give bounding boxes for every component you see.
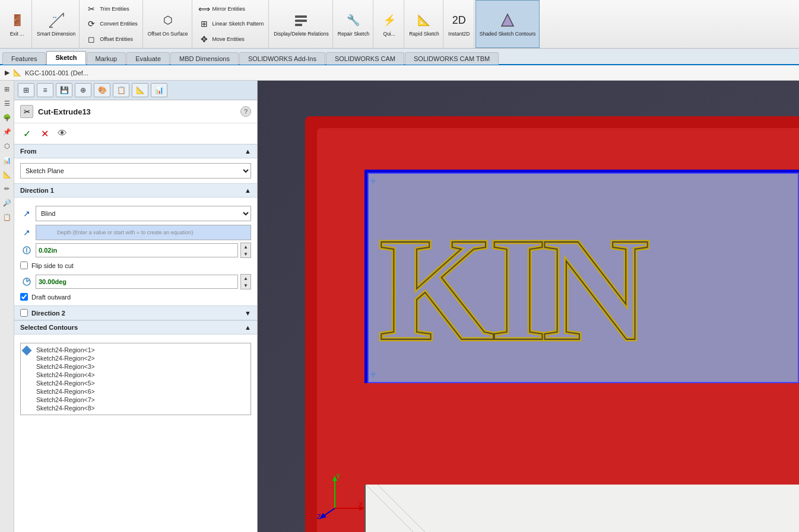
panel-tool-menu[interactable]: ≡ [37,83,53,97]
sidebar-icon-3[interactable]: 🌳 [1,112,13,123]
tab-features[interactable]: Features [2,52,46,65]
exit-button[interactable]: 🚪 Exit ... [2,0,32,48]
shaded-sketch-icon [498,11,517,30]
tab-camtbm[interactable]: SOLIDWORKS CAM TBM [405,52,499,65]
tab-addins[interactable]: SOLIDWORKS Add-Ins [239,52,325,65]
draft-spinner-down[interactable]: ▼ [241,282,251,289]
quick-snap-label: Qui... [383,31,395,37]
tab-bar: Features Sketch Markup Evaluate MBD Dime… [0,49,799,65]
trim-label: Trim Entities [100,6,129,12]
depth-spinner-up[interactable]: ▲ [241,243,251,250]
from-select[interactable]: Sketch Plane [20,163,251,179]
smart-dimension-button[interactable]: ↔ Smart Dimension [33,0,80,48]
linear-sketch-label: Linear Sketch Pattern [213,21,264,27]
from-section-header[interactable]: From ▲ [14,144,257,158]
sidebar-icon-9[interactable]: 🔎 [1,197,13,209]
trim-convert-group: ✂ Trim Entities ⟳ Convert Entities ◻ Off… [81,0,143,48]
instant2d-button[interactable]: 2D Instant2D [445,0,474,48]
flip-side-checkbox[interactable] [20,262,28,269]
panel-toolbar: ⊞ ≡ 💾 ⊕ 🎨 📋 📐 📊 [14,81,257,100]
sign-inner-frame: KIN KIN KIN + + [317,128,799,532]
tab-cam[interactable]: SOLIDWORKS CAM [326,52,404,65]
depth-input[interactable] [36,225,251,240]
offset-surface-label: Offset On Surface [148,31,188,37]
list-item[interactable]: Sketch24-Region<2> [34,354,248,362]
sign-letters-container: KIN KIN KIN [373,179,799,377]
direction1-type-select[interactable]: Blind [36,206,251,221]
quick-snap-button[interactable]: ⚡ Qui... [375,0,404,48]
depth-spinner-down[interactable]: ▼ [241,250,251,257]
sidebar-icon-2[interactable]: ☰ [1,97,13,109]
move-entities-button[interactable]: ✥ Move Entities [196,33,267,45]
shaded-sketch-label: Shaded Sketch Contours [480,31,536,37]
breadcrumb-text: KGC-1001-001 (Def... [25,69,88,77]
panel-tool-save[interactable]: 💾 [56,83,72,97]
viewport[interactable]: KIN KIN KIN + + [258,81,799,532]
move-label: Move Entities [213,36,245,42]
linear-sketch-button[interactable]: ⊞ Linear Sketch Pattern [196,18,267,30]
sidebar-icon-4[interactable]: 📌 [1,126,13,138]
offset-icon: ◻ [85,34,97,44]
list-item[interactable]: Sketch24-Region<6> [34,387,248,396]
sidebar-icon-column: ⊞ ☰ 🌳 📌 ⬡ 📊 📐 ✏ 🔎 📋 [0,81,14,532]
offset-button[interactable]: ◻ Offset Entities [83,33,140,45]
sidebar-icon-8[interactable]: ✏ [1,183,13,195]
sidebar-icon-6[interactable]: 📊 [1,154,13,166]
panel-tool-measure[interactable]: 📐 [132,83,148,97]
panel-tool-copy[interactable]: 📋 [113,83,129,97]
sidebar-icon-10[interactable]: 📋 [1,211,13,223]
svg-rect-5 [295,20,307,22]
mirror-icon: ⟺ [198,4,210,14]
list-item[interactable]: Sketch24-Region<8> [34,404,248,412]
trim-button[interactable]: ✂ Trim Entities [83,3,140,15]
sidebar-icon-7[interactable]: 📐 [1,168,13,180]
panel-header: ✂ Cut-Extrude13 ? [14,100,257,123]
list-item[interactable]: Sketch24-Region<7> [34,396,248,404]
draft-spinner-up[interactable]: ▲ [241,275,251,282]
mirror-button[interactable]: ⟺ Mirror Entities [196,3,267,15]
depth-value-input[interactable] [36,243,238,257]
svg-text:X: X [359,501,363,508]
tab-markup[interactable]: Markup [87,52,126,65]
depth-container: Depth (Enter a value or start with = to … [36,225,251,240]
display-delete-button[interactable]: Display/Delete Relations [270,0,333,48]
preview-button[interactable]: 👁 [56,127,69,140]
repair-sketch-button[interactable]: 🔧 Repair Sketch [334,0,373,48]
panel-tool-list[interactable]: ⊞ [18,83,34,97]
repair-label: Repair Sketch [338,31,369,37]
list-item[interactable]: Sketch24-Region<3> [34,362,248,371]
cancel-button[interactable]: ✕ [38,127,51,140]
panel-tool-chart[interactable]: 📊 [151,83,167,97]
rapid-sketch-button[interactable]: 📐 Rapid Sketch [405,0,443,48]
offset-surface-button[interactable]: ⬡ Offset On Surface [144,0,192,48]
draft-angle-input[interactable] [36,275,238,289]
panel-tool-color[interactable]: 🎨 [94,83,110,97]
direction2-checkbox[interactable] [20,309,28,317]
contours-section-header[interactable]: Selected Contours ▲ [14,320,257,335]
offset-label: Offset Entities [100,36,133,42]
panel-help-button[interactable]: ? [240,106,251,117]
convert-button[interactable]: ⟳ Convert Entities [83,18,140,30]
list-item[interactable]: Sketch24-Region<1> [34,346,248,354]
list-item[interactable]: Sketch24-Region<5> [34,379,248,387]
confirm-row: ✓ ✕ 👁 [14,123,257,144]
sidebar-icon-5[interactable]: ⬡ [1,140,13,152]
direction1-section-header[interactable]: Direction 1 ▲ [14,183,257,197]
tab-sketch[interactable]: Sketch [46,51,85,65]
shaded-sketch-button[interactable]: Shaded Sketch Contours [475,0,540,48]
tab-evaluate[interactable]: Evaluate [126,52,170,65]
sign-letters-svg: KIN KIN KIN [373,179,799,377]
list-item[interactable]: Sketch24-Region<4> [34,371,248,379]
draft-spinner: ▲ ▼ [240,274,251,289]
ok-button[interactable]: ✓ [20,127,33,140]
sidebar-icon-1[interactable]: ⊞ [1,83,13,95]
contours-list: Sketch24-Region<1> Sketch24-Region<2> Sk… [20,343,251,415]
display-delete-icon [291,11,310,30]
crosshair-tl: + [370,175,376,187]
depth-spinner: ▲ ▼ [240,243,251,258]
mirror-group: ⟺ Mirror Entities ⊞ Linear Sketch Patter… [194,0,269,48]
panel-tool-target[interactable]: ⊕ [75,83,91,97]
draft-outward-checkbox[interactable] [20,293,28,301]
direction2-section-header[interactable]: Direction 2 ▼ [14,305,257,320]
tab-mbd[interactable]: MBD Dimensions [170,52,239,65]
